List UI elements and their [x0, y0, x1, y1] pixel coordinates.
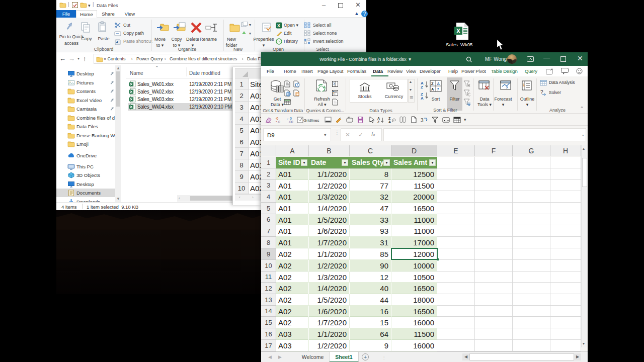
- svg-text:X: X: [277, 23, 280, 28]
- svg-text:Z: Z: [431, 81, 434, 86]
- svg-text:A: A: [437, 81, 440, 86]
- svg-text:X: X: [456, 28, 460, 35]
- svg-text:Z: Z: [388, 117, 391, 120]
- svg-text:A: A: [431, 87, 434, 92]
- svg-text:.00: .00: [288, 120, 293, 124]
- svg-text:Z: Z: [377, 120, 380, 124]
- svg-text:A: A: [377, 117, 380, 120]
- svg-text:▾: ▾: [249, 31, 251, 36]
- svg-text:?: ?: [506, 85, 508, 90]
- svg-text:3: 3: [421, 118, 424, 123]
- svg-text:Z: Z: [421, 85, 423, 88]
- svg-text:?: ?: [540, 89, 543, 95]
- svg-text:←0: ←0: [286, 117, 292, 120]
- svg-text:▾: ▾: [249, 23, 251, 27]
- svg-text:7: 7: [437, 87, 439, 92]
- svg-text:A: A: [421, 96, 424, 100]
- svg-text:-0: -0: [275, 117, 278, 120]
- svg-text:.0: .0: [277, 120, 280, 124]
- svg-text:A: A: [388, 120, 391, 124]
